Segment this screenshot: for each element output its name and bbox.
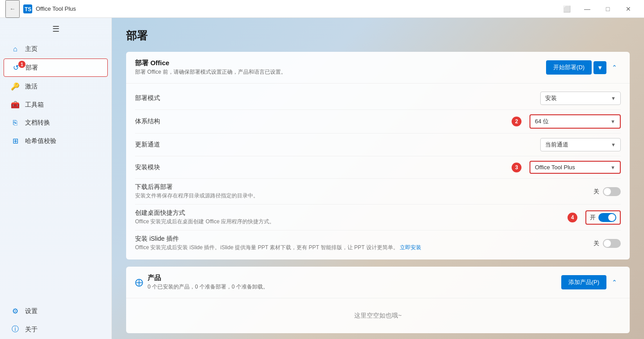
minimize-button[interactable]: —: [577, 0, 597, 18]
activate-icon: 🔑: [11, 82, 20, 91]
install-module-dropdown[interactable]: Office Tool Plus ▼: [530, 162, 620, 173]
sidebar-item-deploy[interactable]: ↺ 部署 1: [4, 59, 108, 77]
home-icon: ⌂: [11, 45, 20, 53]
setting-row-deploy-mode: 部署模式 安装 ▼: [135, 87, 621, 110]
products-card-collapse-button[interactable]: ⌃: [608, 277, 621, 288]
deploy-office-header-text: 部署 Office 部署 Office 前，请确保部署模式设置正确，产品和语言已…: [135, 59, 546, 76]
sidebar-item-about[interactable]: ⓘ 关于: [4, 320, 108, 339]
deploy-card-collapse-button[interactable]: ⌃: [608, 62, 621, 73]
deploy-mode-arrow: ▼: [611, 96, 616, 101]
sidebar-item-home-label: 主页: [25, 45, 38, 53]
sidebar-item-about-label: 关于: [25, 326, 38, 334]
sidebar-item-settings-label: 设置: [25, 307, 38, 315]
islide-thumb: [604, 240, 611, 247]
create-shortcut-box: 开: [585, 210, 621, 225]
islide-install-link[interactable]: 立即安装: [400, 244, 421, 251]
create-shortcut-badge: 4: [568, 213, 577, 222]
sidebar-content: ☰ ⌂ 主页 ↺ 部署 1 🔑 激活 🧰 工具箱 ⎘ 文档转换: [0, 18, 111, 339]
products-empty: 这里空空如也哦~: [126, 298, 630, 333]
islide-label: 安装 iSlide 插件 Office 安装完成后安装 iSlide 插件。iS…: [135, 235, 593, 251]
start-deploy-dropdown-button[interactable]: ▼: [593, 61, 606, 74]
install-module-value: Office Tool Plus: [535, 164, 575, 171]
update-channel-arrow: ▼: [611, 142, 616, 147]
create-shortcut-control: 4 开: [568, 210, 621, 225]
setting-row-install-module: 安装模块 3 Office Tool Plus ▼: [135, 156, 621, 179]
maximize-button[interactable]: □: [597, 0, 618, 18]
back-icon: ←: [9, 5, 15, 12]
sidebar-bottom: ⚙ 设置 ⓘ 关于: [0, 302, 111, 339]
products-header: ⨁ 产品 0 个已安装的产品，0 个准备部署，0 个准备卸载。 添加产品(P) …: [126, 267, 630, 298]
sidebar-item-tools[interactable]: 🧰 工具箱: [4, 96, 108, 113]
setting-row-download-redeploy: 下载后再部署 安装文件将保存在程序目录或源路径指定的目录中。 关: [135, 179, 621, 205]
sidebar-item-activate-label: 激活: [25, 83, 38, 91]
close-button[interactable]: ✕: [618, 0, 639, 18]
architecture-dropdown[interactable]: 64 位 ▼: [530, 115, 620, 128]
setting-row-create-shortcut: 创建桌面快捷方式 Office 安装完成后在桌面创建 Office 应用程序的快…: [135, 205, 621, 230]
install-module-control: 3 Office Tool Plus ▼: [512, 161, 621, 174]
sidebar-item-home[interactable]: ⌂ 主页: [4, 41, 108, 58]
download-redeploy-control: 关: [593, 187, 621, 196]
setting-row-islide: 安装 iSlide 插件 Office 安装完成后安装 iSlide 插件。iS…: [135, 230, 621, 256]
settings-icon: ⚙: [11, 307, 20, 315]
islide-control: 关: [593, 239, 621, 248]
deploy-office-title: 部署 Office: [135, 59, 546, 67]
page-title: 部署: [126, 29, 630, 43]
deploy-office-subtitle: 部署 Office 前，请确保部署模式设置正确，产品和语言已设置。: [135, 68, 546, 76]
main-content: 部署 部署 Office 部署 Office 前，请确保部署模式设置正确，产品和…: [112, 18, 644, 339]
products-actions: 添加产品(P) ⌃: [561, 275, 621, 289]
app-icon: TS: [23, 4, 32, 13]
products-icon: ⨁: [135, 277, 143, 287]
install-module-badge: 3: [512, 163, 521, 172]
window-controls: ⬜ — □ ✕: [556, 0, 639, 18]
restore-button[interactable]: ⬜: [556, 0, 577, 18]
sidebar-item-hash-label: 哈希值校验: [25, 137, 56, 145]
islide-toggle[interactable]: [603, 239, 621, 248]
main-area: 部署 部署 Office 部署 Office 前，请确保部署模式设置正确，产品和…: [112, 18, 644, 339]
hash-icon: ⊞: [11, 137, 20, 145]
deploy-mode-value: 安装: [545, 94, 557, 102]
sidebar: ☰ ⌂ 主页 ↺ 部署 1 🔑 激活 🧰 工具箱 ⎘ 文档转换: [0, 18, 112, 339]
deploy-mode-control: 安装 ▼: [540, 92, 621, 105]
convert-icon: ⎘: [11, 119, 20, 127]
deploy-badge: 1: [18, 61, 25, 68]
deploy-mode-dropdown[interactable]: 安装 ▼: [540, 92, 621, 105]
setting-row-architecture: 体系结构 2 64 位 ▼: [135, 110, 621, 134]
start-deploy-button[interactable]: 开始部署(D): [546, 60, 592, 75]
islide-sublabel: Office 安装完成后安装 iSlide 插件。iSlide 提供海量 PPT…: [135, 244, 398, 251]
deploy-office-header: 部署 Office 部署 Office 前，请确保部署模式设置正确，产品和语言已…: [126, 52, 630, 84]
update-channel-value: 当前通道: [545, 141, 568, 149]
download-redeploy-toggle-label: 关: [593, 188, 599, 196]
tools-icon: 🧰: [11, 100, 20, 109]
architecture-value: 64 位: [535, 117, 549, 126]
architecture-box: 64 位 ▼: [530, 114, 621, 129]
download-redeploy-toggle-wrap: 关: [593, 187, 621, 196]
deploy-mode-label: 部署模式: [135, 94, 540, 102]
sidebar-item-tools-label: 工具箱: [25, 101, 44, 109]
products-title: 产品: [148, 274, 561, 282]
sidebar-item-settings[interactable]: ⚙ 设置: [4, 302, 108, 320]
svg-text:TS: TS: [25, 6, 31, 13]
sidebar-item-activate[interactable]: 🔑 激活: [4, 78, 108, 95]
install-module-label: 安装模块: [135, 163, 512, 172]
sidebar-item-convert[interactable]: ⎘ 文档转换: [4, 114, 108, 131]
add-product-button[interactable]: 添加产品(P): [561, 275, 606, 289]
products-card: ⨁ 产品 0 个已安装的产品，0 个准备部署，0 个准备卸载。 添加产品(P) …: [126, 267, 630, 333]
sidebar-item-hash[interactable]: ⊞ 哈希值校验: [4, 132, 108, 150]
download-redeploy-toggle[interactable]: [603, 187, 621, 196]
architecture-badge: 2: [512, 117, 521, 126]
app-title: Office Tool Plus: [36, 5, 76, 12]
create-shortcut-thumb: [608, 214, 615, 221]
create-shortcut-toggle[interactable]: [598, 213, 616, 222]
islide-toggle-label: 关: [593, 239, 599, 247]
back-button[interactable]: ←: [5, 0, 20, 18]
products-empty-text: 这里空空如也哦~: [354, 312, 402, 319]
update-channel-dropdown[interactable]: 当前通道 ▼: [540, 138, 621, 151]
islide-toggle-wrap: 关: [593, 239, 621, 248]
titlebar: ← TS Office Tool Plus ⬜ — □ ✕: [0, 0, 644, 18]
setting-row-update-channel: 更新通道 当前通道 ▼: [135, 134, 621, 156]
update-channel-control: 当前通道 ▼: [540, 138, 621, 151]
download-redeploy-label: 下载后再部署 安装文件将保存在程序目录或源路径指定的目录中。: [135, 183, 593, 200]
deploy-office-actions: 开始部署(D) ▼ ⌃: [546, 60, 621, 75]
menu-toggle-button[interactable]: ☰: [0, 18, 111, 40]
create-shortcut-label: 创建桌面快捷方式 Office 安装完成后在桌面创建 Office 应用程序的快…: [135, 209, 568, 226]
